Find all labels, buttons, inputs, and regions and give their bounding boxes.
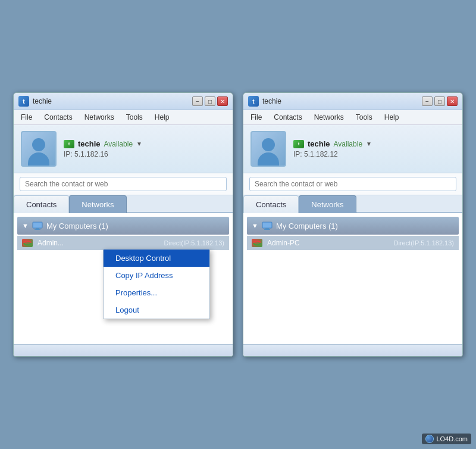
profile-ip-2: IP: 5.1.182.12 — [293, 150, 372, 158]
tab-contacts-1[interactable]: Contacts — [14, 195, 69, 213]
title-bar-2: t techie − □ ✕ — [243, 93, 462, 110]
avatar-body-1 — [28, 152, 49, 167]
profile-logo-2: t — [293, 140, 304, 148]
status-bar-2 — [243, 344, 462, 356]
computer-icon-1 — [32, 220, 43, 231]
watermark-text: LO4D.com — [436, 435, 468, 442]
context-item-desktop-control[interactable]: Desktop Control — [104, 250, 209, 267]
search-input-2[interactable] — [249, 177, 456, 191]
list-item-icon-2 — [252, 239, 262, 247]
menu-file-1[interactable]: File — [18, 112, 35, 123]
app-icon-1: t — [18, 96, 29, 107]
avatar-head-1 — [32, 138, 45, 151]
restore-button-2[interactable]: □ — [434, 96, 445, 106]
menu-tools-1[interactable]: Tools — [124, 112, 145, 123]
search-area-2 — [243, 173, 462, 195]
svg-rect-4 — [265, 228, 269, 229]
window-title-1: techie — [33, 97, 52, 105]
list-item-name-2: Admin-PC — [267, 239, 389, 247]
profile-info-2: t techie Available ▼ IP: 5.1.182.12 — [293, 139, 372, 158]
content-area-1: ▼ My Computers (1) Admin... Direct(IP:5.… — [14, 213, 233, 344]
menubar-1: File Contacts Networks Tools Help — [14, 110, 233, 125]
profile-area-2: t techie Available ▼ IP: 5.1.182.12 — [243, 125, 462, 173]
dropdown-arrow-2[interactable]: ▼ — [366, 141, 372, 147]
search-input-1[interactable] — [20, 177, 227, 191]
minimize-button-1[interactable]: − — [192, 96, 203, 106]
window-1: t techie − □ ✕ File Contacts Networks To… — [13, 92, 233, 357]
menu-help-1[interactable]: Help — [152, 112, 172, 123]
svg-rect-3 — [262, 222, 272, 228]
list-item-icon-1 — [22, 239, 33, 247]
svg-rect-0 — [33, 222, 42, 228]
dropdown-arrow-1[interactable]: ▼ — [136, 141, 142, 147]
profile-name-1: techie — [78, 139, 101, 148]
profile-name-row-1: t techie Available ▼ — [64, 139, 142, 148]
context-menu-1: Desktop Control Copy IP Address Properti… — [103, 249, 210, 319]
title-left: t techie — [18, 96, 52, 107]
menubar-2: File Contacts Networks Tools Help — [243, 110, 462, 125]
menu-contacts-2[interactable]: Contacts — [271, 112, 304, 123]
window-title-2: techie — [262, 97, 281, 105]
list-item-name-1: Admin... — [37, 239, 159, 247]
section-label-2: My Computers (1) — [276, 222, 338, 230]
avatar-2 — [250, 131, 286, 167]
profile-name-row-2: t techie Available ▼ — [293, 139, 372, 148]
status-bar-1 — [14, 344, 233, 356]
restore-button-1[interactable]: □ — [205, 96, 215, 106]
tab-contacts-2[interactable]: Contacts — [243, 195, 299, 213]
tab-networks-2[interactable]: Networks — [299, 195, 356, 213]
list-item-2[interactable]: Admin-PC Direct(IP:5.1.182.13) — [247, 236, 459, 250]
section-header-2: ▼ My Computers (1) — [247, 217, 459, 235]
title-bar-1: t techie − □ ✕ — [14, 93, 233, 110]
title-left-2: t techie — [248, 96, 281, 107]
section-header-1: ▼ My Computers (1) — [17, 217, 229, 235]
context-item-properties[interactable]: Properties... — [104, 284, 209, 301]
section-arrow-1: ▼ — [22, 222, 29, 229]
avatar-figure-1 — [27, 136, 51, 166]
computer-icon-2 — [262, 220, 273, 231]
tabs-area-1: Contacts Networks — [14, 195, 233, 213]
context-item-copy-ip[interactable]: Copy IP Address — [104, 267, 209, 284]
avatar-head-2 — [262, 138, 275, 151]
title-buttons-1: − □ ✕ — [192, 96, 228, 106]
menu-contacts-1[interactable]: Contacts — [42, 112, 74, 123]
section-label-1: My Computers (1) — [46, 222, 108, 230]
menu-networks-2[interactable]: Networks — [312, 112, 346, 123]
list-item-1[interactable]: Admin... Direct(IP:5.1.182.13) — [17, 236, 229, 250]
list-item-status-1: Direct(IP:5.1.182.13) — [164, 239, 225, 247]
window-2: t techie − □ ✕ File Contacts Networks To… — [243, 92, 463, 357]
list-item-status-2: Direct(IP:5.1.182.13) — [394, 239, 455, 247]
minimize-button-2[interactable]: − — [422, 96, 433, 106]
avatar-body-2 — [258, 152, 279, 167]
menu-networks-1[interactable]: Networks — [82, 112, 117, 123]
menu-file-2[interactable]: File — [248, 112, 264, 123]
svg-rect-2 — [35, 229, 40, 230]
search-area-1 — [14, 173, 233, 195]
profile-area-1: t techie Available ▼ IP: 5.1.182.16 — [14, 125, 233, 173]
watermark-globe-icon — [425, 435, 434, 443]
close-button-2[interactable]: ✕ — [447, 96, 458, 106]
avatar-figure-2 — [256, 136, 280, 166]
tab-networks-1[interactable]: Networks — [69, 195, 126, 213]
profile-info-1: t techie Available ▼ IP: 5.1.182.16 — [64, 139, 142, 158]
content-area-2: ▼ My Computers (1) Admin-PC Direct(IP:5.… — [243, 213, 462, 344]
svg-rect-1 — [36, 228, 39, 229]
menu-help-2[interactable]: Help — [382, 112, 402, 123]
app-icon-2: t — [248, 96, 259, 107]
avatar-1 — [21, 131, 57, 167]
section-arrow-2: ▼ — [252, 222, 258, 229]
profile-name-2: techie — [308, 139, 330, 148]
profile-status-1: Available — [104, 140, 133, 148]
tabs-area-2: Contacts Networks — [243, 195, 462, 213]
title-buttons-2: − □ ✕ — [422, 96, 458, 106]
watermark: LO4D.com — [422, 434, 471, 444]
profile-ip-1: IP: 5.1.182.16 — [64, 150, 142, 158]
context-item-logout[interactable]: Logout — [104, 301, 209, 319]
svg-rect-5 — [264, 229, 270, 230]
close-button-1[interactable]: ✕ — [217, 96, 228, 106]
profile-status-2: Available — [334, 140, 362, 148]
profile-logo-1: t — [64, 140, 74, 148]
menu-tools-2[interactable]: Tools — [353, 112, 375, 123]
